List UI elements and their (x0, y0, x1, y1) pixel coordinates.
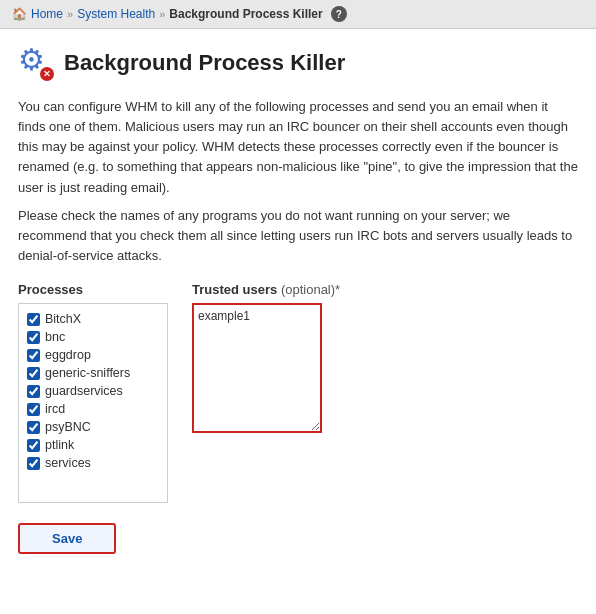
process-label-ircd[interactable]: ircd (45, 402, 65, 416)
process-checkbox-bnc[interactable] (27, 331, 40, 344)
home-icon: 🏠 (12, 7, 27, 21)
list-item: services (27, 454, 159, 472)
description-para-2: Please check the names of any programs y… (18, 206, 578, 266)
process-checkbox-bitchx[interactable] (27, 313, 40, 326)
list-item: ptlink (27, 436, 159, 454)
process-label-guardservices[interactable]: guardservices (45, 384, 123, 398)
trusted-users-label: Trusted users (192, 282, 277, 297)
processes-panel-title: Processes (18, 282, 168, 297)
list-item: eggdrop (27, 346, 159, 364)
process-checkbox-generic-sniffers[interactable] (27, 367, 40, 380)
error-badge-icon: ✕ (40, 67, 54, 81)
processes-panel: Processes BitchX bnc eggdrop generic-sni… (18, 282, 168, 503)
processes-list: BitchX bnc eggdrop generic-sniffers guar… (18, 303, 168, 503)
process-label-bnc[interactable]: bnc (45, 330, 65, 344)
description-para-1: You can configure WHM to kill any of the… (18, 97, 578, 198)
trusted-users-textarea[interactable]: example1 (192, 303, 322, 433)
help-icon[interactable]: ? (331, 6, 347, 22)
title-icon: ⚙ ✕ (18, 45, 54, 81)
process-checkbox-ircd[interactable] (27, 403, 40, 416)
save-row: Save (18, 523, 578, 554)
list-item: bnc (27, 328, 159, 346)
page-content: ⚙ ✕ Background Process Killer You can co… (0, 29, 596, 570)
save-button[interactable]: Save (18, 523, 116, 554)
description: You can configure WHM to kill any of the… (18, 97, 578, 266)
breadcrumb-sep-1: » (67, 8, 73, 20)
list-item: psyBNC (27, 418, 159, 436)
breadcrumb-home[interactable]: Home (31, 7, 63, 21)
list-item: guardservices (27, 382, 159, 400)
breadcrumb-system-health[interactable]: System Health (77, 7, 155, 21)
process-label-ptlink[interactable]: ptlink (45, 438, 74, 452)
process-label-generic-sniffers[interactable]: generic-sniffers (45, 366, 130, 380)
list-item: ircd (27, 400, 159, 418)
form-area: Processes BitchX bnc eggdrop generic-sni… (18, 282, 578, 503)
trusted-users-panel: Trusted users (optional)* example1 (192, 282, 578, 436)
process-checkbox-guardservices[interactable] (27, 385, 40, 398)
list-item: BitchX (27, 310, 159, 328)
breadcrumb-current: Background Process Killer (169, 7, 322, 21)
process-checkbox-psybnc[interactable] (27, 421, 40, 434)
process-checkbox-ptlink[interactable] (27, 439, 40, 452)
trusted-users-optional: (optional)* (277, 282, 340, 297)
breadcrumb-sep-2: » (159, 8, 165, 20)
process-label-bitchx[interactable]: BitchX (45, 312, 81, 326)
breadcrumb-bar: 🏠 Home » System Health » Background Proc… (0, 0, 596, 29)
page-title: Background Process Killer (64, 50, 345, 76)
process-checkbox-services[interactable] (27, 457, 40, 470)
process-label-eggdrop[interactable]: eggdrop (45, 348, 91, 362)
page-title-row: ⚙ ✕ Background Process Killer (18, 45, 578, 81)
trusted-users-title: Trusted users (optional)* (192, 282, 578, 297)
process-label-services[interactable]: services (45, 456, 91, 470)
process-checkbox-eggdrop[interactable] (27, 349, 40, 362)
list-item: generic-sniffers (27, 364, 159, 382)
process-label-psybnc[interactable]: psyBNC (45, 420, 91, 434)
